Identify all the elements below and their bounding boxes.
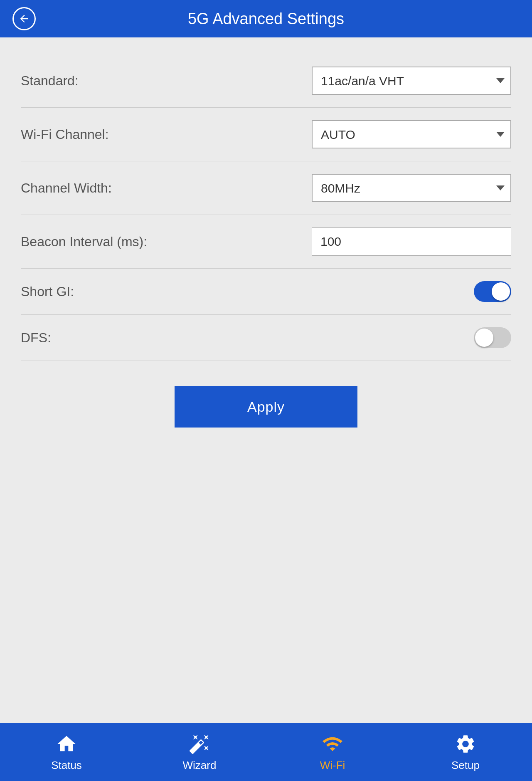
nav-label-setup: Setup — [451, 759, 480, 772]
dfs-toggle[interactable] — [474, 327, 511, 348]
apply-section: Apply — [21, 386, 511, 428]
wifi-icon — [321, 732, 344, 756]
standard-select[interactable]: 11ac/an/a VHT 11an VHT 11a 11n — [312, 67, 511, 95]
wifi-channel-control: AUTO 36 40 44 48 — [312, 120, 511, 148]
apply-button[interactable]: Apply — [175, 386, 357, 428]
nav-item-wizard[interactable]: Wizard — [158, 732, 241, 772]
nav-item-status[interactable]: Status — [25, 732, 108, 772]
footer-nav: Status Wizard Wi-Fi Setup — [0, 723, 532, 781]
standard-control: 11ac/an/a VHT 11an VHT 11a 11n — [312, 67, 511, 95]
wifi-channel-row: Wi-Fi Channel: AUTO 36 40 44 48 — [21, 108, 511, 161]
wizard-icon — [188, 732, 211, 756]
beacon-interval-control — [312, 227, 511, 256]
header: 5G Advanced Settings — [0, 0, 532, 37]
channel-width-row: Channel Width: 80MHz 40MHz 20MHz — [21, 161, 511, 215]
dfs-label: DFS: — [21, 330, 51, 346]
dfs-toggle-knob — [475, 329, 493, 347]
dfs-control — [474, 327, 511, 348]
dfs-row: DFS: — [21, 315, 511, 361]
gear-icon — [454, 732, 477, 756]
nav-label-wizard: Wizard — [183, 759, 217, 772]
channel-width-label: Channel Width: — [21, 180, 112, 196]
nav-label-wifi: Wi-Fi — [320, 759, 345, 772]
beacon-interval-label: Beacon Interval (ms): — [21, 234, 147, 250]
page-title: 5G Advanced Settings — [36, 10, 496, 28]
nav-label-status: Status — [51, 759, 82, 772]
short-gi-control — [474, 281, 511, 302]
standard-select-wrapper: 11ac/an/a VHT 11an VHT 11a 11n — [312, 67, 511, 95]
short-gi-toggle[interactable] — [474, 281, 511, 302]
channel-width-control: 80MHz 40MHz 20MHz — [312, 174, 511, 202]
nav-item-wifi[interactable]: Wi-Fi — [291, 732, 374, 772]
wifi-channel-select[interactable]: AUTO 36 40 44 48 — [312, 120, 511, 148]
beacon-interval-input[interactable] — [312, 227, 511, 256]
short-gi-toggle-knob — [492, 282, 510, 301]
wifi-channel-select-wrapper: AUTO 36 40 44 48 — [312, 120, 511, 148]
standard-label: Standard: — [21, 73, 79, 89]
home-icon — [55, 732, 78, 756]
channel-width-select[interactable]: 80MHz 40MHz 20MHz — [312, 174, 511, 202]
back-button[interactable] — [12, 7, 36, 30]
short-gi-row: Short GI: — [21, 269, 511, 315]
wifi-channel-label: Wi-Fi Channel: — [21, 127, 109, 142]
standard-row: Standard: 11ac/an/a VHT 11an VHT 11a 11n — [21, 54, 511, 108]
beacon-interval-row: Beacon Interval (ms): — [21, 215, 511, 269]
settings-container: Standard: 11ac/an/a VHT 11an VHT 11a 11n… — [21, 54, 511, 361]
short-gi-label: Short GI: — [21, 284, 74, 299]
channel-width-select-wrapper: 80MHz 40MHz 20MHz — [312, 174, 511, 202]
content-area: Standard: 11ac/an/a VHT 11an VHT 11a 11n… — [0, 37, 532, 723]
nav-item-setup[interactable]: Setup — [424, 732, 507, 772]
